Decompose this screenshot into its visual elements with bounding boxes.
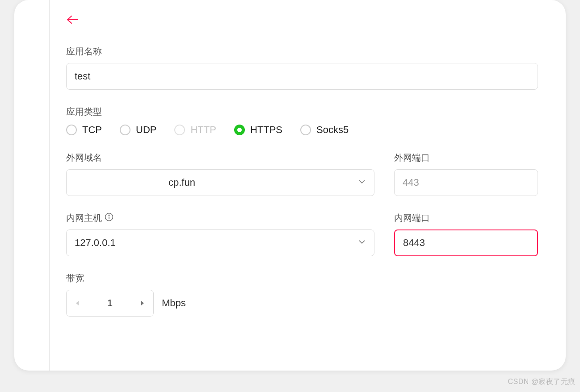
app-name-input[interactable]: test: [66, 63, 538, 90]
info-icon[interactable]: [105, 213, 113, 224]
radio-socks5[interactable]: Socks5: [300, 124, 349, 136]
radio-label: UDP: [136, 124, 156, 136]
bandwidth-value[interactable]: 1: [88, 297, 132, 309]
radio-label: TCP: [82, 124, 102, 136]
redacted-area: [69, 172, 159, 193]
radio-circle-icon: [120, 125, 130, 135]
radio-label: Socks5: [316, 124, 349, 136]
radio-https[interactable]: HTTPS: [234, 124, 282, 136]
radio-tcp[interactable]: TCP: [66, 124, 102, 136]
radio-http: HTTP: [174, 124, 216, 136]
ext-domain-field: 外网域名 cp.fun: [66, 152, 374, 196]
app-type-field: 应用类型 TCP UDP HTTP HTTPS Socks5: [66, 106, 538, 136]
int-port-input[interactable]: 8443: [394, 229, 538, 256]
bandwidth-label: 带宽: [66, 272, 538, 284]
back-arrow-icon[interactable]: [66, 14, 79, 25]
divider-vertical: [49, 0, 50, 371]
int-port-field: 内网端口 8443: [394, 212, 538, 256]
int-host-label-text: 内网主机: [66, 212, 102, 224]
ext-domain-select[interactable]: cp.fun: [66, 169, 374, 196]
int-host-label: 内网主机: [66, 212, 374, 224]
int-host-field: 内网主机 127.0.0.1: [66, 212, 374, 256]
ext-port-field: 外网端口 443: [394, 152, 538, 196]
radio-circle-icon: [300, 125, 311, 135]
chevron-down-icon: [358, 177, 366, 188]
bandwidth-field: 带宽 1 Mbps: [66, 272, 538, 317]
stepper-decrement[interactable]: [67, 290, 88, 317]
radio-label: HTTPS: [250, 124, 282, 136]
app-name-label: 应用名称: [66, 46, 538, 58]
radio-circle-icon: [234, 125, 245, 135]
radio-label: HTTP: [190, 124, 216, 136]
app-type-radio-group: TCP UDP HTTP HTTPS Socks5: [66, 124, 538, 136]
ext-port-label: 外网端口: [394, 152, 538, 164]
watermark: CSDN @寂夜了无痕: [508, 377, 576, 387]
radio-circle-icon: [66, 125, 77, 135]
radio-udp[interactable]: UDP: [120, 124, 156, 136]
radio-circle-icon: [174, 125, 185, 135]
bandwidth-unit: Mbps: [162, 297, 186, 309]
ext-port-input[interactable]: 443: [394, 169, 538, 196]
app-name-field: 应用名称 test: [66, 46, 538, 90]
chevron-down-icon: [358, 237, 366, 249]
ext-domain-label: 外网域名: [66, 152, 374, 164]
int-port-label: 内网端口: [394, 212, 538, 224]
app-type-label: 应用类型: [66, 106, 538, 118]
svg-point-2: [109, 215, 109, 216]
stepper-increment[interactable]: [132, 290, 153, 317]
int-host-value: 127.0.0.1: [75, 237, 116, 249]
bandwidth-stepper: 1: [66, 290, 154, 317]
int-host-select[interactable]: 127.0.0.1: [66, 229, 374, 256]
form-card: 应用名称 test 应用类型 TCP UDP HTTP HTTPS: [14, 0, 566, 371]
